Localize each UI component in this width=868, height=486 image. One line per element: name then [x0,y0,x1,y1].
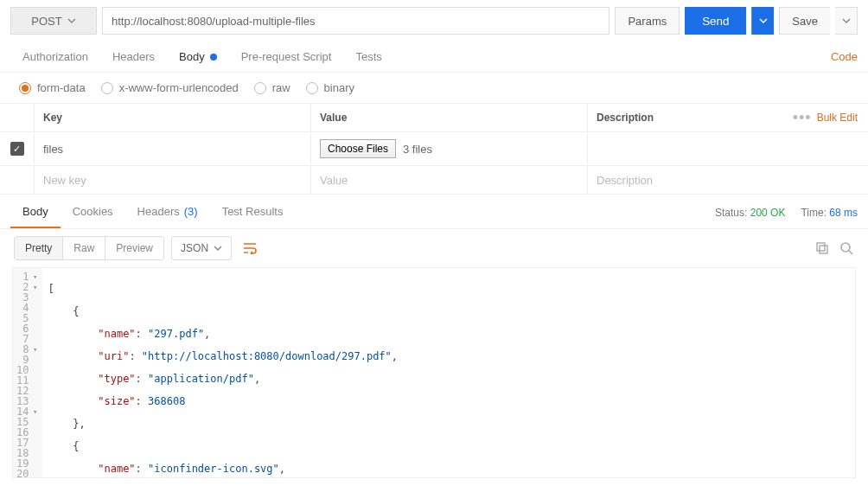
radio-binary[interactable]: binary [306,81,354,94]
body-type-radios: form-data x-www-form-urlencoded raw bina… [0,73,868,103]
view-pretty[interactable]: Pretty [15,237,63,259]
radio-icon [101,82,113,94]
radio-label: x-www-form-urlencoded [119,81,239,94]
line-num: 20 [16,469,29,478]
send-button[interactable]: Send [685,7,746,35]
row-checkbox-cell [0,166,35,194]
copy-icon[interactable] [814,240,830,256]
row-actions [782,166,868,194]
tab-authorization[interactable]: Authorization [10,42,100,72]
view-mode-group: Pretty Raw Preview [14,236,164,260]
tab-body[interactable]: Body [167,42,229,72]
header-checkbox-cell [0,104,35,131]
time-value: 68 ms [829,207,858,219]
header-actions: ••• Bulk Edit [782,104,868,131]
resp-headers-label: Headers [137,205,180,218]
form-data-table: Key Value Description ••• Bulk Edit ✓ fi… [0,103,868,195]
radio-label: raw [272,81,290,94]
row-description[interactable] [588,132,782,165]
svg-rect-1 [820,246,827,253]
view-preview[interactable]: Preview [105,237,163,259]
more-icon[interactable]: ••• [793,109,812,127]
table-row: ✓ files Choose Files 3 files [0,132,868,166]
wrap-lines-icon[interactable] [239,236,263,260]
response-tabs: Body Cookies Headers (3) Test Results St… [0,196,868,229]
send-dropdown[interactable] [751,7,774,35]
row-actions [782,132,868,165]
chevron-down-icon [759,16,768,25]
method-label: POST [31,15,61,28]
code-link[interactable]: Code [831,50,858,63]
radio-icon [306,82,318,94]
unsaved-dot-icon [210,54,217,61]
table-header: Key Value Description ••• Bulk Edit [0,104,868,132]
format-label: JSON [181,242,208,254]
svg-point-2 [841,243,850,252]
tab-headers[interactable]: Headers [100,42,167,72]
new-desc-input[interactable]: Description [588,166,782,194]
chevron-down-icon [67,16,76,25]
method-select[interactable]: POST [10,7,97,35]
status-value: 200 OK [750,207,786,219]
resp-headers-count: (3) [184,205,198,218]
response-tools [814,240,854,256]
status-block: Status: 200 OK [715,207,785,219]
url-input[interactable] [102,7,610,35]
time-block: Time: 68 ms [801,207,858,219]
tab-tests[interactable]: Tests [343,42,393,72]
view-raw[interactable]: Raw [63,237,105,259]
chevron-down-icon [214,244,222,253]
response-status: Status: 200 OK Time: 68 ms [715,207,858,219]
row-key[interactable]: files [35,132,311,165]
new-value-input[interactable]: Value [311,166,588,194]
search-icon[interactable] [839,240,854,256]
save-dropdown[interactable] [835,7,858,35]
status-label: Status: [715,207,747,219]
radio-form-data[interactable]: form-data [19,81,86,94]
radio-label: binary [324,81,354,94]
response-body: 1▾ 2▾ 3 4 5 6 7 8▾ 9 10 11 12 13 14▾ 15 … [12,267,856,478]
chevron-down-icon [842,16,851,25]
bulk-edit-link[interactable]: Bulk Edit [817,112,858,124]
time-label: Time: [801,207,827,219]
radio-icon [254,82,266,94]
code-content[interactable]: [ { "name": "297.pdf", "uri": "http://lo… [42,268,855,477]
request-tabs: Authorization Headers Body Pre-request S… [0,42,868,73]
row-value: Choose Files 3 files [311,132,588,165]
files-count: 3 files [403,143,432,156]
resp-tab-cookies[interactable]: Cookies [61,196,125,228]
svg-rect-0 [817,243,825,251]
new-key-input[interactable]: New key [35,166,311,194]
radio-label: form-data [37,81,86,94]
choose-files-button[interactable]: Choose Files [320,139,396,158]
request-top-bar: POST Params Send Save [0,0,868,42]
format-select[interactable]: JSON [171,236,232,260]
header-key: Key [35,104,311,131]
params-button[interactable]: Params [615,7,680,35]
row-checkbox-cell[interactable]: ✓ [0,132,35,165]
radio-urlencoded[interactable]: x-www-form-urlencoded [101,81,239,94]
table-row-new: New key Value Description [0,166,868,195]
radio-icon [19,82,31,94]
resp-tab-headers[interactable]: Headers (3) [125,196,210,228]
resp-tab-testresults[interactable]: Test Results [210,196,296,228]
svg-line-3 [849,251,852,254]
tab-prerequest[interactable]: Pre-request Script [229,42,344,72]
save-button[interactable]: Save [779,7,830,35]
resp-tab-body[interactable]: Body [10,196,61,228]
header-description: Description [588,104,782,131]
radio-raw[interactable]: raw [254,81,290,94]
tab-body-label: Body [179,50,205,63]
header-value: Value [311,104,588,131]
gutter: 1▾ 2▾ 3 4 5 6 7 8▾ 9 10 11 12 13 14▾ 15 … [13,268,42,477]
response-toolbar: Pretty Raw Preview JSON [0,229,868,267]
checkbox-checked-icon: ✓ [10,142,24,156]
